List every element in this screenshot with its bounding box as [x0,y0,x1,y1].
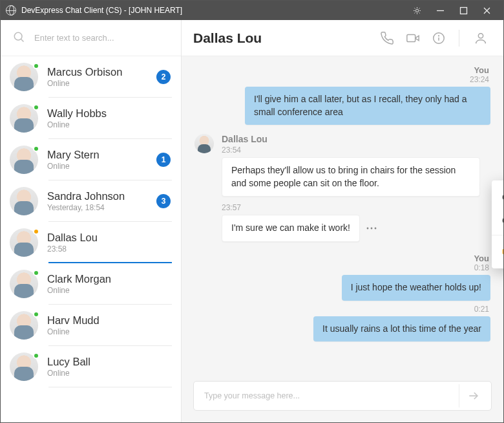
divider [492,235,503,235]
profile-icon[interactable] [470,27,492,49]
contact-item[interactable]: Wally HobbsOnline [1,98,181,139]
avatar [10,270,38,298]
timestamp: 0:18 [474,263,489,272]
maximize-button[interactable] [452,1,475,20]
svg-point-13 [14,32,22,40]
timestamp: 0:21 [474,305,489,314]
menu-copy-message[interactable]: Copy Message [492,186,503,209]
unread-badge: 2 [156,70,171,84]
message-bubble[interactable]: I'll give him a call later, but as I rec… [245,87,490,125]
message-area: You 23:24 I'll give him a call later, bu… [182,56,503,372]
avatar [194,134,214,153]
window-title: DevExpress Chat Client (CS) - [JOHN HEAR… [21,6,182,15]
globe-icon [6,5,16,16]
contact-list: Marcus OrbisonOnline2Wally HobbsOnlineMa… [1,56,181,422]
more-icon[interactable] [362,219,381,237]
video-icon[interactable] [402,27,424,49]
search-bar [1,20,181,56]
message-meta: 0:21 [194,305,489,314]
presence-dot [33,104,39,111]
search-input[interactable] [34,33,169,43]
call-icon[interactable] [376,27,398,49]
contact-name: Clark Morgan [47,273,171,285]
chat-panel: Dallas Lou You 23:24 I'll give him a cal… [182,20,503,422]
avatar [10,228,38,257]
svg-line-14 [21,39,23,41]
avatar [10,104,38,133]
info-icon[interactable] [428,27,450,49]
contact-name: Sandra Johnson [47,190,156,202]
avatar [10,352,38,381]
presence-dot [33,228,39,235]
contact-status: Yesterday, 18:54 [47,203,156,212]
presence-dot [33,352,39,359]
unread-badge: 3 [156,194,171,208]
search-icon [12,30,25,46]
message-bubble[interactable]: I'm sure we can make it work! [222,215,360,242]
contact-status: Online [47,286,171,295]
svg-point-0 [415,9,418,12]
context-menu: Copy Message Copy Text Like Message [492,180,503,268]
presence-dot [33,311,39,318]
svg-marker-16 [416,36,419,40]
avatar [10,146,38,174]
message-group: Dallas Lou 23:54 Perhaps they'll allow u… [194,134,490,242]
contact-name: Marcus Orbison [47,66,156,78]
titlebar: DevExpress Chat Client (CS) - [JOHN HEAR… [1,1,503,20]
message-bubble[interactable]: Perhaps they'll allow us to bring in cha… [222,157,480,197]
sender-label: You [194,254,489,263]
sidebar: Marcus OrbisonOnline2Wally HobbsOnlineMa… [1,20,182,422]
contact-item[interactable]: Mary SternOnline1 [1,139,181,180]
contact-name: Harv Mudd [47,314,171,327]
message-bubble[interactable]: It usually rains a lot this time of the … [313,316,490,342]
svg-point-23 [375,228,377,230]
composer [182,372,503,422]
chat-header: Dallas Lou [182,20,503,56]
menu-like-message[interactable]: Like Message [492,238,503,263]
svg-rect-10 [460,7,467,14]
contact-status: Online [47,369,171,378]
presence-dot [33,270,39,276]
contact-status: Online [47,79,156,88]
contact-name: Wally Hobbs [47,107,171,120]
timestamp: 23:57 [222,203,480,212]
sender-label: Dallas Lou [222,134,480,144]
unread-badge: 1 [156,153,171,167]
presence-dot [33,63,39,69]
avatar [10,311,38,340]
sender-label: You [194,65,489,75]
theme-toggle-icon[interactable] [405,1,428,20]
timestamp: 23:24 [470,75,489,84]
message-input[interactable] [204,391,459,400]
message-bubble[interactable]: I just hope the weather holds up! [342,275,490,301]
svg-line-6 [419,12,419,13]
svg-point-22 [371,228,373,230]
thumbs-up-icon [502,244,503,257]
contact-item[interactable]: Dallas Lou23:58 [1,222,181,263]
svg-line-7 [414,12,415,13]
contact-item[interactable]: Lucy BallOnline [1,346,181,387]
contact-item[interactable]: Harv MuddOnline [1,305,181,346]
presence-dot [33,146,39,152]
contact-status: Online [47,327,171,336]
minimize-button[interactable] [428,1,452,20]
contact-name: Dallas Lou [47,232,171,244]
svg-line-5 [414,8,415,8]
contact-item[interactable]: Clark MorganOnline [1,263,181,305]
close-button[interactable] [475,1,498,20]
app-window: DevExpress Chat Client (CS) - [JOHN HEAR… [0,0,504,423]
svg-point-20 [478,33,483,38]
contact-item[interactable]: Sandra JohnsonYesterday, 18:543 [1,180,181,222]
send-button[interactable] [459,384,487,407]
svg-point-19 [439,35,439,36]
message-meta: You 23:24 [194,65,489,84]
contact-name: Lucy Ball [47,356,171,368]
menu-copy-text[interactable]: Copy Text [492,209,503,232]
avatar [10,187,38,215]
contact-status: 23:58 [47,244,171,254]
contact-status: Online [47,162,156,171]
contact-item[interactable]: Marcus OrbisonOnline2 [1,56,181,98]
avatar [10,63,38,91]
svg-point-21 [367,228,369,230]
svg-rect-15 [407,34,415,41]
